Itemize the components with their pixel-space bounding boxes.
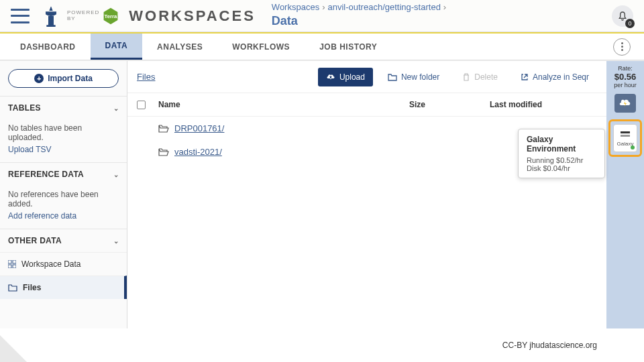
col-size: Size (409, 100, 490, 109)
breadcrumb-workspaces[interactable]: Workspaces (272, 2, 319, 12)
import-data-button[interactable]: + Import Data (8, 69, 119, 88)
folder-open-icon (158, 147, 169, 156)
left-sidebar: + Import Data TABLES ⌄ No tables have be… (0, 61, 127, 328)
tables-empty-text: No tables have been uploaded. (8, 123, 119, 142)
select-all-checkbox[interactable] (137, 101, 146, 109)
svg-rect-4 (8, 265, 11, 268)
svg-text:Terra: Terra (105, 13, 118, 19)
rate-per: per hour (614, 82, 637, 88)
cloud-upload-icon (326, 73, 335, 81)
chevron-down-icon: ⌄ (113, 171, 119, 178)
cloud-env-button[interactable] (614, 94, 636, 113)
cloud-bolt-icon (619, 98, 632, 109)
tab-jobhistory[interactable]: JOB HISTORY (305, 34, 392, 60)
folder-link[interactable]: vadsti-2021/ (158, 147, 409, 157)
upload-button[interactable]: Upload (318, 68, 373, 86)
folder-link[interactable]: DRP001761/ (158, 123, 409, 133)
folder-open-icon (158, 124, 169, 133)
delete-button: Delete (454, 68, 506, 86)
svg-rect-7 (621, 135, 630, 137)
attribution-footer: CC-BY jhudatascience.org (502, 341, 597, 350)
sidebar-item-files[interactable]: Files (0, 276, 127, 299)
svg-rect-5 (13, 265, 16, 268)
reference-empty-text: No references have been added. (8, 190, 119, 208)
svg-rect-2 (8, 260, 11, 263)
corner-decoration (0, 335, 27, 362)
external-link-icon (521, 73, 529, 81)
status-dot-running (631, 145, 635, 149)
sidebar-section-tables[interactable]: TABLES ⌄ (0, 96, 127, 119)
tab-dashboard[interactable]: DASHBOARD (5, 34, 91, 60)
galaxy-highlight: Galaxy (608, 119, 642, 157)
anvil-logo-icon (42, 5, 60, 27)
page-title: WORKSPACES (129, 7, 256, 25)
svg-rect-3 (13, 260, 16, 263)
galaxy-tooltip: Galaxy Environment Running $0.52/hr Disk… (518, 129, 605, 178)
galaxy-env-button[interactable]: Galaxy (613, 124, 637, 152)
col-name: Name (158, 100, 409, 109)
svg-rect-6 (621, 131, 630, 133)
powered-by-label: POWERED BY (67, 10, 99, 22)
rate-panel: Rate: $0.56 per hour Galaxy (606, 61, 644, 328)
tooltip-line-running: Running $0.52/hr (527, 156, 596, 164)
tabs-overflow-button[interactable] (613, 38, 631, 56)
grid-icon (8, 260, 16, 268)
galaxy-icon (619, 130, 631, 139)
sidebar-item-workspace-data[interactable]: Workspace Data (0, 252, 127, 276)
plus-icon: + (34, 74, 44, 83)
rate-label: Rate: (618, 65, 633, 72)
col-modified: Last modified (490, 100, 597, 109)
tooltip-line-disk: Disk $0.04/hr (527, 164, 596, 172)
chevron-down-icon: ⌄ (113, 105, 119, 112)
folder-icon (8, 284, 17, 292)
folder-plus-icon (388, 73, 397, 81)
files-breadcrumb-link[interactable]: Files (137, 72, 155, 82)
chevron-down-icon: ⌄ (113, 237, 119, 245)
tab-analyses[interactable]: ANALYSES (142, 34, 217, 60)
tooltip-title: Galaxy Environment (527, 135, 596, 154)
trash-icon (462, 73, 470, 81)
breadcrumb-current: Data (272, 13, 449, 29)
tab-data[interactable]: DATA (91, 34, 143, 60)
sidebar-section-other[interactable]: OTHER DATA ⌄ (0, 229, 127, 252)
breadcrumb-project[interactable]: anvil-outreach/getting-started (327, 2, 440, 12)
upload-tsv-link[interactable]: Upload TSV (8, 145, 119, 154)
tab-bar: DASHBOARD DATA ANALYSES WORKFLOWS JOB HI… (0, 34, 644, 60)
analyze-seqr-button[interactable]: Analyze in Seqr (513, 68, 597, 86)
tab-workflows[interactable]: WORKFLOWS (217, 34, 305, 60)
add-reference-link[interactable]: Add reference data (8, 211, 119, 221)
menu-button[interactable] (11, 9, 30, 23)
new-folder-button[interactable]: New folder (380, 68, 447, 86)
terra-logo-icon: Terra (102, 7, 119, 25)
vertical-dots-icon (621, 42, 623, 51)
main-panel: Files Upload New folder Delete Analyze i… (127, 61, 606, 328)
notifications-button[interactable]: 0 (612, 5, 633, 27)
breadcrumb: Workspaces›anvil-outreach/getting-starte… (272, 2, 449, 29)
file-table-header: Name Size Last modified (127, 93, 606, 117)
notification-count-badge: 0 (625, 19, 635, 28)
rate-value: $0.56 (614, 72, 637, 82)
sidebar-section-reference[interactable]: REFERENCE DATA ⌄ (0, 162, 127, 186)
